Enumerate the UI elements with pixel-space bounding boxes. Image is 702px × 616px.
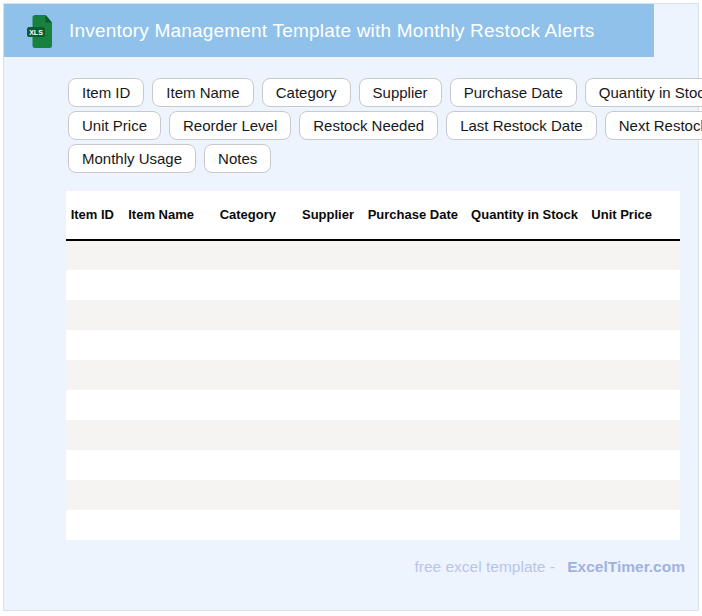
- table-cell: [468, 420, 588, 450]
- table-cell: [364, 480, 468, 510]
- table-cell: [66, 390, 124, 420]
- table-cell: [286, 510, 364, 540]
- chip-restock-needed[interactable]: Restock Needed: [299, 111, 438, 140]
- table-cell: [66, 510, 124, 540]
- table-cell: [662, 510, 680, 540]
- table-cell: [66, 330, 124, 360]
- table-cell: [204, 300, 286, 330]
- footer-credit: free excel template - ExcelTimer.com: [414, 558, 685, 576]
- table-row: [66, 390, 680, 420]
- table-cell: [364, 450, 468, 480]
- chip-purchase-date[interactable]: Purchase Date: [450, 78, 577, 107]
- table-cell: [286, 270, 364, 300]
- table-cell: [66, 300, 124, 330]
- col-header-unit-price: Unit Price: [588, 191, 662, 240]
- svg-text:XLS: XLS: [29, 28, 43, 35]
- chip-row-2: Unit Price Reorder Level Restock Needed …: [68, 111, 702, 140]
- table-cell: [588, 420, 662, 450]
- table-cell: [662, 390, 680, 420]
- chip-reorder-level[interactable]: Reorder Level: [169, 111, 291, 140]
- table-row: [66, 300, 680, 330]
- table-cell: [588, 360, 662, 390]
- table-cell: [364, 300, 468, 330]
- chip-monthly-usage[interactable]: Monthly Usage: [68, 144, 196, 173]
- table-cell: [364, 330, 468, 360]
- table-cell: [662, 360, 680, 390]
- table-cell: [364, 390, 468, 420]
- table-cell: [204, 360, 286, 390]
- page-panel: XLS Inventory Management Template with M…: [3, 3, 699, 611]
- xls-file-icon: XLS: [27, 14, 53, 48]
- table-cell: [588, 240, 662, 270]
- table-cell: [124, 240, 204, 270]
- chip-item-id[interactable]: Item ID: [68, 78, 144, 107]
- table-cell: [124, 270, 204, 300]
- table-cell: [124, 390, 204, 420]
- table-cell: [588, 510, 662, 540]
- table-cell: [468, 390, 588, 420]
- table-cell: [364, 240, 468, 270]
- chip-next-restock-alert[interactable]: Next Restock Alert: [605, 111, 702, 140]
- table-cell: [588, 330, 662, 360]
- table-cell: [662, 240, 680, 270]
- table-row: [66, 480, 680, 510]
- title-bar: XLS Inventory Management Template with M…: [4, 4, 654, 57]
- table-cell: [124, 480, 204, 510]
- table-cell: [204, 450, 286, 480]
- table-cell: [286, 480, 364, 510]
- table-cell: [286, 330, 364, 360]
- table-cell: [124, 450, 204, 480]
- table-row: [66, 510, 680, 540]
- inventory-table: Item ID Item Name Category Supplier Purc…: [66, 191, 680, 540]
- chip-unit-price[interactable]: Unit Price: [68, 111, 161, 140]
- page-title: Inventory Management Template with Month…: [69, 20, 594, 42]
- chip-category[interactable]: Category: [262, 78, 351, 107]
- chip-last-restock-date[interactable]: Last Restock Date: [446, 111, 597, 140]
- table-cell: [286, 450, 364, 480]
- table-cell: [364, 420, 468, 450]
- chip-row-1: Item ID Item Name Category Supplier Purc…: [68, 78, 702, 107]
- table-row: [66, 240, 680, 270]
- table-cell: [66, 360, 124, 390]
- table-cell: [66, 240, 124, 270]
- chip-supplier[interactable]: Supplier: [359, 78, 442, 107]
- chip-quantity-in-stock[interactable]: Quantity in Stock: [585, 78, 702, 107]
- table-cell: [468, 360, 588, 390]
- table-cell: [286, 420, 364, 450]
- table-cell: [662, 450, 680, 480]
- table-cell: [588, 450, 662, 480]
- table-cell: [124, 300, 204, 330]
- col-header-category: Category: [204, 191, 286, 240]
- table-cell: [286, 240, 364, 270]
- table-cell: [286, 390, 364, 420]
- table-row: [66, 420, 680, 450]
- col-header-supplier: Supplier: [286, 191, 364, 240]
- table-cell: [468, 300, 588, 330]
- table-cell: [662, 480, 680, 510]
- table-cell: [588, 270, 662, 300]
- table-row: [66, 330, 680, 360]
- table-cell: [124, 330, 204, 360]
- table-cell: [468, 330, 588, 360]
- table-cell: [364, 270, 468, 300]
- table-cell: [286, 360, 364, 390]
- table-cell: [468, 240, 588, 270]
- col-header-item-name: Item Name: [124, 191, 204, 240]
- table-row: [66, 450, 680, 480]
- table-cell: [204, 330, 286, 360]
- table-row: [66, 360, 680, 390]
- table-cell: [588, 390, 662, 420]
- table-cell: [588, 300, 662, 330]
- table-cell: [66, 270, 124, 300]
- chip-row-3: Monthly Usage Notes: [68, 144, 702, 173]
- table-cell: [204, 420, 286, 450]
- chip-item-name[interactable]: Item Name: [152, 78, 253, 107]
- footer-brand-link[interactable]: ExcelTimer.com: [567, 558, 685, 575]
- table-cell: [204, 270, 286, 300]
- table-cell: [66, 420, 124, 450]
- footer-label: free excel template -: [414, 558, 554, 575]
- table-cell: [662, 300, 680, 330]
- chip-notes[interactable]: Notes: [204, 144, 271, 173]
- table-cell: [204, 390, 286, 420]
- col-header-quantity-in-stock: Quantity in Stock: [468, 191, 588, 240]
